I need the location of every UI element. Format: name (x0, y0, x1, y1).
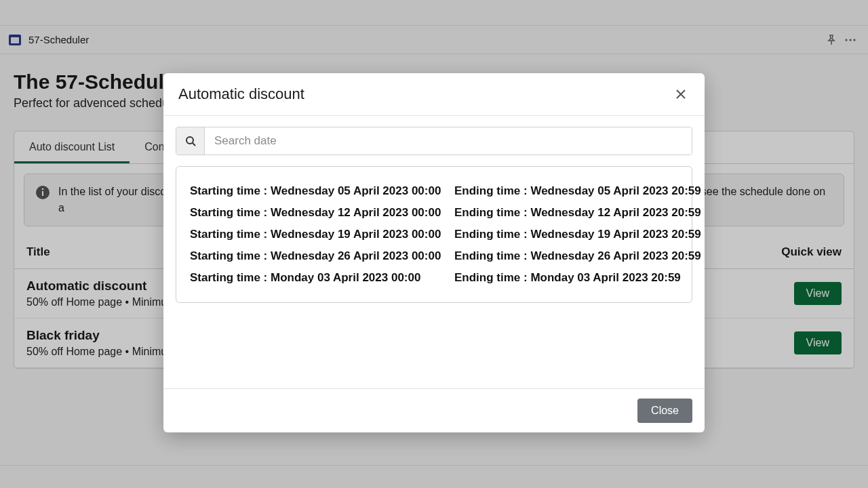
search-input[interactable] (205, 127, 692, 155)
schedule-row: Starting time : Wednesday 05 April 2023 … (190, 180, 678, 202)
modal: Automatic discount Starting time : Wedne… (163, 73, 705, 432)
modal-body: Starting time : Wednesday 05 April 2023 … (163, 116, 705, 314)
search-wrap (176, 127, 692, 155)
modal-footer: Close (163, 388, 705, 432)
close-button[interactable]: Close (637, 399, 692, 423)
search-icon (176, 127, 205, 155)
modal-title: Automatic discount (178, 85, 304, 103)
schedule-row: Starting time : Monday 03 April 2023 00:… (190, 267, 678, 289)
modal-overlay[interactable]: Automatic discount Starting time : Wedne… (0, 0, 868, 488)
modal-header: Automatic discount (163, 73, 705, 116)
close-icon[interactable] (672, 85, 690, 103)
schedule-list: Starting time : Wednesday 05 April 2023 … (176, 166, 692, 303)
svg-point-8 (186, 137, 193, 144)
schedule-row: Starting time : Wednesday 19 April 2023 … (190, 224, 678, 245)
schedule-row: Starting time : Wednesday 26 April 2023 … (190, 245, 678, 267)
schedule-row: Starting time : Wednesday 12 April 2023 … (190, 202, 678, 224)
